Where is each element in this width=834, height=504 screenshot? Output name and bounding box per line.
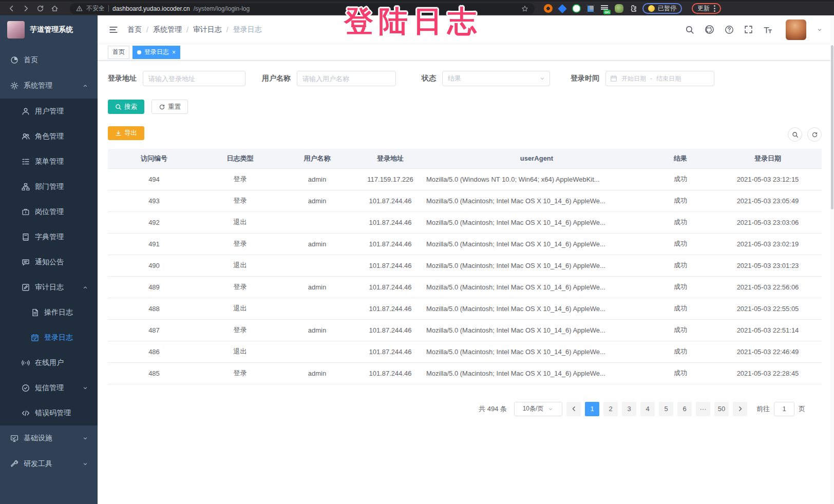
goto-page-input[interactable] — [774, 402, 794, 416]
page-button-4[interactable]: 4 — [640, 402, 655, 416]
extension-toggle-on-icon[interactable]: on — [600, 5, 609, 12]
next-page-button[interactable] — [733, 402, 747, 416]
sidebar-menu: 首页系统管理用户管理角色管理菜单管理部门管理岗位管理字典管理通知公告审计日志操作… — [0, 44, 98, 477]
sidebar-item-0[interactable]: 首页 — [0, 47, 98, 73]
reset-button[interactable]: 重置 — [151, 100, 188, 114]
login-address-input[interactable] — [143, 71, 245, 86]
table-row[interactable]: 492退出101.87.244.46Mozilla/5.0 (Macintosh… — [108, 211, 822, 233]
extension-grid-icon[interactable] — [586, 5, 595, 13]
column-header-2[interactable]: 用户名称 — [280, 149, 354, 168]
sidebar-item-15[interactable]: 基础设施 — [0, 425, 98, 451]
cell-username: admin — [280, 168, 354, 190]
font-size-icon[interactable] — [763, 25, 772, 34]
refresh-table-button[interactable] — [807, 127, 822, 142]
table-row[interactable]: 490退出101.87.244.46Mozilla/5.0 (Macintosh… — [108, 255, 822, 276]
extensions-puzzle-icon[interactable] — [629, 5, 637, 12]
browser-update-button[interactable]: 更新 — [692, 3, 721, 14]
browser-back-icon[interactable] — [5, 3, 17, 15]
address-bar[interactable]: 不安全 dashboard.yudao.iocoder.cn/system/lo… — [70, 3, 535, 14]
sidebar-item-7[interactable]: 字典管理 — [0, 224, 98, 249]
sidebar-item-1[interactable]: 系统管理 — [0, 73, 98, 99]
page-button-1[interactable]: 1 — [585, 402, 599, 416]
column-header-0[interactable]: 访问编号 — [108, 149, 200, 168]
table-row[interactable]: 485登录admin101.87.244.46Mozilla/5.0 (Maci… — [108, 362, 822, 384]
table-row[interactable]: 487登录admin101.87.244.46Mozilla/5.0 (Maci… — [108, 319, 822, 341]
table-row[interactable]: 491登录admin101.87.244.46Mozilla/5.0 (Maci… — [108, 233, 822, 255]
breadcrumb-item-2[interactable]: 审计日志 — [193, 25, 222, 34]
sidebar-item-5[interactable]: 部门管理 — [0, 174, 98, 199]
sidebar-item-4[interactable]: 菜单管理 — [0, 149, 98, 174]
search-button[interactable]: 搜索 — [108, 100, 144, 114]
warning-icon — [76, 5, 83, 12]
scrollbar-thumb[interactable] — [831, 45, 833, 209]
toggle-search-button[interactable] — [788, 127, 802, 142]
paused-badge[interactable]: 已暂停 — [642, 3, 682, 14]
page-button-2[interactable]: 2 — [603, 402, 618, 416]
breadcrumb-item-0[interactable]: 首页 — [127, 25, 142, 34]
page-ellipsis[interactable]: ··· — [696, 402, 710, 416]
tab--0[interactable]: 首页 — [108, 46, 129, 59]
sidebar-item-14[interactable]: 错误码管理 — [0, 400, 98, 425]
user-avatar[interactable] — [786, 20, 806, 40]
sidebar-item-16[interactable]: 研发工具 — [0, 451, 98, 477]
sidebar-item-11[interactable]: 登录日志 — [0, 325, 98, 350]
sidebar-item-6[interactable]: 岗位管理 — [0, 199, 98, 224]
sidebar-item-2[interactable]: 用户管理 — [0, 99, 98, 124]
browser-menu-icon[interactable] — [714, 5, 715, 12]
column-header-4[interactable]: userAgent — [426, 149, 647, 168]
column-header-6[interactable]: 登录日期 — [714, 149, 822, 168]
table-row[interactable]: 488退出101.87.244.46Mozilla/5.0 (Macintosh… — [108, 298, 822, 319]
close-icon[interactable]: × — [172, 49, 176, 55]
chevron-up-icon — [82, 83, 88, 89]
chevron-down-icon[interactable] — [817, 27, 823, 33]
username-input[interactable] — [297, 71, 396, 86]
help-icon[interactable] — [725, 25, 734, 34]
cell-address: 101.87.244.46 — [354, 362, 426, 384]
prev-page-button[interactable] — [566, 402, 581, 416]
column-header-5[interactable]: 结果 — [647, 149, 714, 168]
breadcrumb-separator: / — [226, 26, 229, 34]
page-button-50[interactable]: 50 — [714, 402, 729, 416]
extension-plant-icon[interactable] — [615, 4, 623, 13]
extensions-area: on 已暂停 更新 — [544, 3, 721, 14]
status-placeholder: 结果 — [448, 74, 461, 83]
breadcrumb-item-1[interactable]: 系统管理 — [153, 25, 182, 34]
cell-username: admin — [280, 362, 354, 384]
page-button-3[interactable]: 3 — [622, 402, 636, 416]
table-row[interactable]: 493登录admin101.87.244.46Mozilla/5.0 (Maci… — [108, 190, 822, 211]
status-select[interactable]: 结果 — [442, 71, 550, 86]
sidebar-item-12[interactable]: 在线用户 — [0, 350, 98, 375]
sidebar-logo-row[interactable]: 芋道管理系统 — [0, 15, 98, 44]
column-header-1[interactable]: 日志类型 — [200, 149, 280, 168]
sidebar-item-8[interactable]: 通知公告 — [0, 249, 98, 275]
tab-active-1[interactable]: 登录日志× — [132, 46, 180, 59]
cell-result: 成功 — [647, 233, 714, 255]
cell-date: 2021-05-03 23:03:06 — [714, 211, 822, 233]
browser-home-icon[interactable] — [48, 3, 61, 15]
github-icon[interactable] — [705, 25, 714, 34]
browser-reload-icon[interactable] — [34, 3, 46, 15]
browser-forward-icon[interactable] — [20, 3, 32, 15]
login-time-range-picker[interactable]: 开始日期 - 结束日期 — [605, 71, 714, 86]
bookmark-star-icon[interactable] — [521, 5, 528, 12]
fullscreen-icon[interactable] — [744, 25, 753, 34]
extension-blue-diamond-icon[interactable] — [558, 4, 567, 13]
export-button[interactable]: 导出 — [108, 126, 144, 140]
security-label[interactable]: 不安全 — [86, 4, 105, 13]
sidebar-item-3[interactable]: 角色管理 — [0, 124, 98, 149]
sidebar-item-13[interactable]: 短信管理 — [0, 375, 98, 400]
hamburger-icon[interactable] — [109, 25, 118, 34]
page-scrollbar[interactable] — [830, 15, 834, 504]
sidebar-item-10[interactable]: 操作日志 — [0, 300, 98, 325]
page-button-6[interactable]: 6 — [677, 402, 692, 416]
table-row[interactable]: 494登录admin117.159.17.226Mozilla/5.0 (Win… — [108, 168, 822, 190]
table-row[interactable]: 486退出101.87.244.46Mozilla/5.0 (Macintosh… — [108, 341, 822, 362]
search-icon[interactable] — [685, 25, 694, 34]
column-header-3[interactable]: 登录地址 — [354, 149, 426, 168]
sidebar-item-9[interactable]: 审计日志 — [0, 275, 98, 300]
page-button-5[interactable]: 5 — [659, 402, 673, 416]
extension-green-check-icon[interactable] — [572, 4, 581, 13]
page-size-select[interactable]: 10条/页 — [514, 402, 562, 416]
table-row[interactable]: 489登录admin101.87.244.46Mozilla/5.0 (Maci… — [108, 276, 822, 298]
extension-orange-icon[interactable] — [544, 4, 553, 13]
